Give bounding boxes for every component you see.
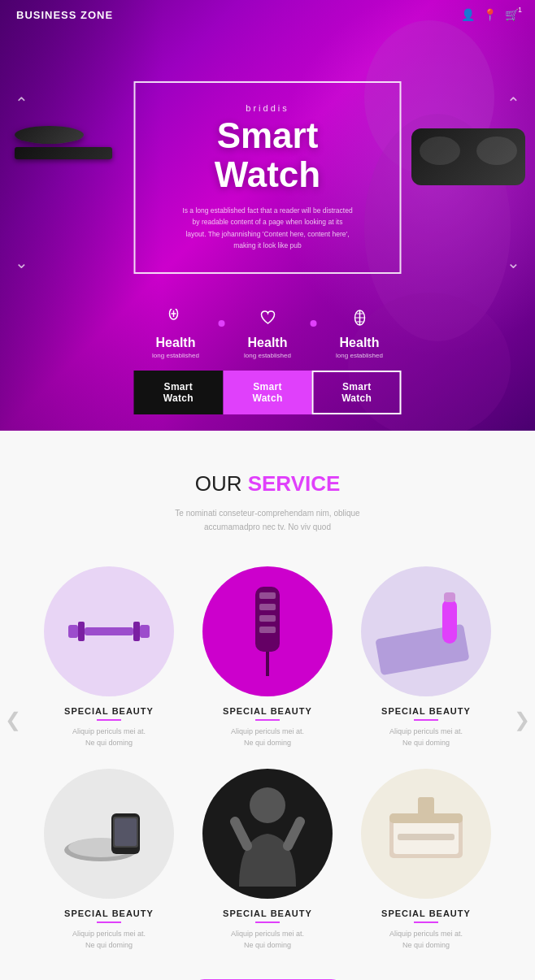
- health-dot-2: [311, 320, 317, 327]
- arrow-up-left[interactable]: ⌃: [15, 93, 28, 113]
- svg-rect-11: [68, 625, 78, 638]
- location-icon[interactable]: 📍: [483, 8, 497, 21]
- product-card-4: SPECIAL BEAUTY Aliquip periculs mei at.N…: [36, 769, 182, 951]
- svg-rect-23: [442, 599, 457, 644]
- svg-rect-35: [418, 797, 434, 817]
- health-icon-3: [317, 309, 402, 332]
- health-sub-3: long established: [317, 352, 402, 359]
- health-features: Health long established Health long esta…: [133, 309, 402, 359]
- product-devices-right: [411, 128, 525, 185]
- card-underline-2: [255, 719, 280, 721]
- card-underline-5: [255, 921, 280, 923]
- product-circle-5: [202, 769, 333, 899]
- svg-rect-17: [259, 592, 276, 599]
- service-title-accent: SERVICE: [248, 471, 341, 496]
- cta-button-black[interactable]: Smart Watch: [134, 371, 224, 414]
- card-underline-1: [97, 719, 121, 721]
- card-title-3: SPECIAL BEAUTY: [353, 706, 499, 716]
- arrow-down-left[interactable]: ⌄: [15, 253, 28, 272]
- service-title: OUR SERVICE: [24, 471, 511, 497]
- product-card-6: SPECIAL BEAUTY Aliquip periculs mei at.N…: [353, 769, 499, 951]
- card-desc-4: Aliquip periculs mei at.Ne qui doming: [36, 929, 182, 951]
- product-card-5: SPECIAL BEAUTY Aliquip periculs mei at.N…: [194, 769, 341, 951]
- cart-icon[interactable]: 🛒1: [505, 8, 519, 21]
- arrow-down-right[interactable]: ⌄: [507, 253, 520, 272]
- product-grid: SPECIAL BEAUTY Aliquip periculs mei at.N…: [36, 566, 499, 951]
- card-desc-2: Aliquip periculs mei at.Ne qui doming: [194, 726, 341, 748]
- svg-rect-19: [259, 615, 276, 622]
- arrow-up-right[interactable]: ⌃: [507, 93, 520, 113]
- service-title-normal: OUR: [195, 471, 248, 496]
- product-circle-2: [202, 566, 333, 696]
- carousel-arrow-left[interactable]: ❮: [5, 709, 21, 731]
- card-desc-5: Aliquip periculs mei at.Ne qui doming: [194, 929, 341, 951]
- card-title-1: SPECIAL BEAUTY: [36, 706, 182, 716]
- person-icon[interactable]: 👤: [461, 8, 475, 21]
- svg-point-30: [250, 787, 285, 823]
- carousel-arrow-right[interactable]: ❯: [514, 709, 530, 731]
- product-circle-4: [44, 769, 174, 899]
- svg-rect-12: [78, 622, 85, 641]
- cta-button-outline[interactable]: Smart Watch: [312, 371, 402, 414]
- svg-rect-18: [259, 604, 276, 610]
- card-underline-4: [97, 921, 121, 923]
- header: BUSINESS ZONE 👤 📍 🛒1: [0, 0, 535, 29]
- cta-buttons: Smart Watch Smart Watch Smart Watch: [134, 371, 402, 414]
- svg-rect-24: [444, 592, 455, 602]
- card-desc-6: Aliquip periculs mei at.Ne qui doming: [353, 929, 499, 951]
- cta-button-pink[interactable]: Smart Watch: [223, 371, 312, 414]
- hero-border-box: briddis Smart Watch Is a long establishe…: [134, 81, 402, 274]
- card-title-5: SPECIAL BEAUTY: [194, 908, 341, 918]
- product-circle-6: [361, 769, 491, 899]
- product-circle-3: [361, 566, 491, 696]
- svg-rect-13: [85, 627, 133, 635]
- svg-rect-15: [140, 625, 150, 638]
- health-icon-2: [225, 309, 311, 332]
- health-item-2: Health long established: [225, 309, 311, 359]
- hero-description: Is a long established fact that a reader…: [182, 205, 353, 252]
- header-icons: 👤 📍 🛒1: [461, 8, 519, 21]
- health-sub-2: long established: [225, 352, 311, 359]
- health-label-3: Health: [317, 336, 402, 350]
- health-dot-1: [219, 320, 225, 327]
- health-label-2: Health: [225, 336, 311, 350]
- hero-content: briddis Smart Watch Is a long establishe…: [134, 81, 402, 274]
- card-desc-3: Aliquip periculs mei at.Ne qui doming: [353, 726, 499, 748]
- card-underline-3: [414, 719, 438, 721]
- hero-title: Smart Watch: [172, 116, 363, 195]
- health-item-3: Health long established: [317, 309, 402, 359]
- service-section: OUR SERVICE Te nominati conseteur-compre…: [0, 431, 535, 980]
- svg-rect-14: [133, 622, 140, 641]
- svg-rect-34: [398, 834, 455, 840]
- svg-rect-20: [259, 627, 276, 633]
- health-sub-1: long established: [133, 352, 219, 359]
- health-label-1: Health: [133, 336, 219, 350]
- product-card-1: SPECIAL BEAUTY Aliquip periculs mei at.N…: [36, 566, 182, 748]
- card-title-2: SPECIAL BEAUTY: [194, 706, 341, 716]
- product-circle-1: [44, 566, 174, 696]
- health-item-1: Health long established: [133, 309, 219, 359]
- product-card-2: SPECIAL BEAUTY Aliquip periculs mei at.N…: [194, 566, 341, 748]
- product-card-3: SPECIAL BEAUTY Aliquip periculs mei at.N…: [353, 566, 499, 748]
- logo: BUSINESS ZONE: [16, 9, 113, 21]
- card-desc-1: Aliquip periculs mei at.Ne qui doming: [36, 726, 182, 748]
- product-devices-left: [15, 126, 112, 159]
- card-underline-6: [414, 921, 438, 923]
- card-title-6: SPECIAL BEAUTY: [353, 908, 499, 918]
- health-icon-1: [133, 309, 219, 332]
- service-description: Te nominati conseteur-comprehendam nim, …: [24, 506, 511, 534]
- hero-brand: briddis: [172, 103, 363, 113]
- card-title-4: SPECIAL BEAUTY: [36, 908, 182, 918]
- svg-rect-29: [115, 818, 137, 846]
